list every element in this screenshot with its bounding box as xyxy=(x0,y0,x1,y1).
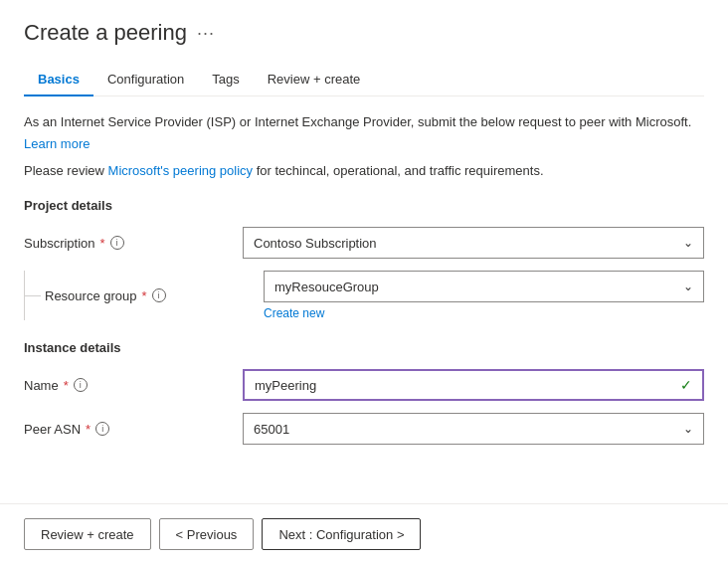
subscription-row: Subscription * i Contoso Subscription ⌄ xyxy=(24,227,704,259)
tab-review-create[interactable]: Review + create xyxy=(254,64,375,96)
resource-group-dropdown[interactable]: myResouceGroup ⌄ xyxy=(264,271,704,302)
previous-button[interactable]: < Previous xyxy=(159,518,255,550)
peer-asn-required: * xyxy=(86,422,91,437)
description-text: As an Internet Service Provider (ISP) or… xyxy=(24,112,704,132)
name-row: Name * i myPeering ✓ xyxy=(24,369,704,401)
resource-group-info-icon[interactable]: i xyxy=(152,288,166,302)
instance-details-label: Instance details xyxy=(24,340,704,355)
tab-tags[interactable]: Tags xyxy=(198,64,253,96)
tab-basics[interactable]: Basics xyxy=(24,64,93,96)
peer-asn-dropdown[interactable]: 65001 ⌄ xyxy=(243,413,704,445)
name-check-icon: ✓ xyxy=(680,377,692,393)
page-title: Create a peering xyxy=(24,20,187,46)
policy-text: Please review Microsoft's peering policy… xyxy=(24,161,704,181)
tab-bar: Basics Configuration Tags Review + creat… xyxy=(24,64,704,96)
subscription-chevron-icon: ⌄ xyxy=(683,236,693,250)
name-label: Name xyxy=(24,378,59,393)
name-required: * xyxy=(64,378,69,393)
learn-more-link[interactable]: Learn more xyxy=(24,136,90,151)
peering-policy-link[interactable]: Microsoft's peering policy xyxy=(108,163,254,178)
resource-group-chevron-icon: ⌄ xyxy=(683,280,693,293)
peer-asn-row: Peer ASN * i 65001 ⌄ xyxy=(24,413,704,445)
peer-asn-info-icon[interactable]: i xyxy=(95,422,109,436)
review-create-button[interactable]: Review + create xyxy=(24,518,151,550)
peer-asn-label: Peer ASN xyxy=(24,422,81,437)
tab-configuration[interactable]: Configuration xyxy=(93,64,198,96)
footer: Review + create < Previous Next : Config… xyxy=(0,503,728,564)
name-input[interactable]: myPeering ✓ xyxy=(243,369,704,401)
more-options-icon[interactable]: ··· xyxy=(197,23,215,44)
next-configuration-button[interactable]: Next : Configuration > xyxy=(262,518,421,550)
subscription-dropdown[interactable]: Contoso Subscription ⌄ xyxy=(243,227,704,259)
project-details-label: Project details xyxy=(24,198,704,213)
subscription-label: Subscription xyxy=(24,236,95,251)
resource-group-required: * xyxy=(142,288,147,303)
resource-group-row: Resource group * i myResouceGroup ⌄ Crea… xyxy=(24,271,704,320)
create-new-link[interactable]: Create new xyxy=(264,306,324,320)
peer-asn-chevron-icon: ⌄ xyxy=(683,422,693,436)
subscription-info-icon[interactable]: i xyxy=(110,236,124,250)
resource-group-label: Resource group xyxy=(45,288,137,303)
name-info-icon[interactable]: i xyxy=(74,378,88,392)
subscription-required: * xyxy=(100,236,105,251)
